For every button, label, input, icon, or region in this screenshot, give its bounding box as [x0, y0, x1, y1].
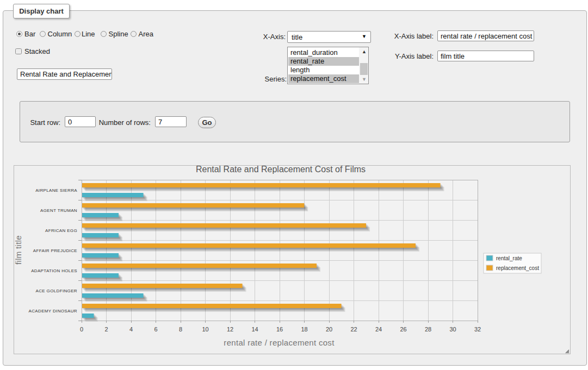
- svg-text:replacement_cost: replacement_cost: [496, 265, 539, 271]
- svg-text:26: 26: [400, 326, 406, 333]
- svg-text:ADAPTATION HOLES: ADAPTATION HOLES: [31, 268, 77, 273]
- svg-text:6: 6: [154, 326, 157, 333]
- svg-text:rental_rate: rental_rate: [496, 255, 522, 261]
- svg-text:film title: film title: [14, 235, 23, 265]
- svg-text:ACADEMY DINOSAUR: ACADEMY DINOSAUR: [29, 309, 77, 313]
- svg-text:32: 32: [474, 326, 481, 333]
- svg-text:18: 18: [301, 326, 307, 333]
- svg-text:rental rate / replacement cost: rental rate / replacement cost: [224, 338, 335, 347]
- svg-text:10: 10: [202, 326, 208, 333]
- svg-text:20: 20: [326, 326, 332, 333]
- svg-text:22: 22: [350, 326, 357, 333]
- svg-text:AFRICAN EGG: AFRICAN EGG: [45, 228, 77, 233]
- svg-text:16: 16: [276, 326, 283, 333]
- svg-text:24: 24: [375, 326, 382, 333]
- svg-text:2: 2: [104, 326, 108, 333]
- svg-text:Rental Rate and Replacement Co: Rental Rate and Replacement Cost of Film…: [196, 165, 366, 174]
- svg-text:4: 4: [129, 326, 133, 333]
- svg-text:28: 28: [425, 326, 431, 333]
- svg-text:8: 8: [179, 326, 182, 333]
- svg-text:12: 12: [227, 326, 233, 333]
- svg-text:AIRPLANE SIERRA: AIRPLANE SIERRA: [35, 188, 77, 193]
- svg-text:14: 14: [251, 326, 258, 333]
- svg-text:0: 0: [80, 326, 83, 333]
- svg-text:ACE GOLDFINGER: ACE GOLDFINGER: [36, 289, 77, 293]
- svg-text:AGENT TRUMAN: AGENT TRUMAN: [40, 208, 77, 213]
- svg-text:AFFAIR PREJUDICE: AFFAIR PREJUDICE: [33, 248, 77, 253]
- svg-text:30: 30: [449, 326, 456, 333]
